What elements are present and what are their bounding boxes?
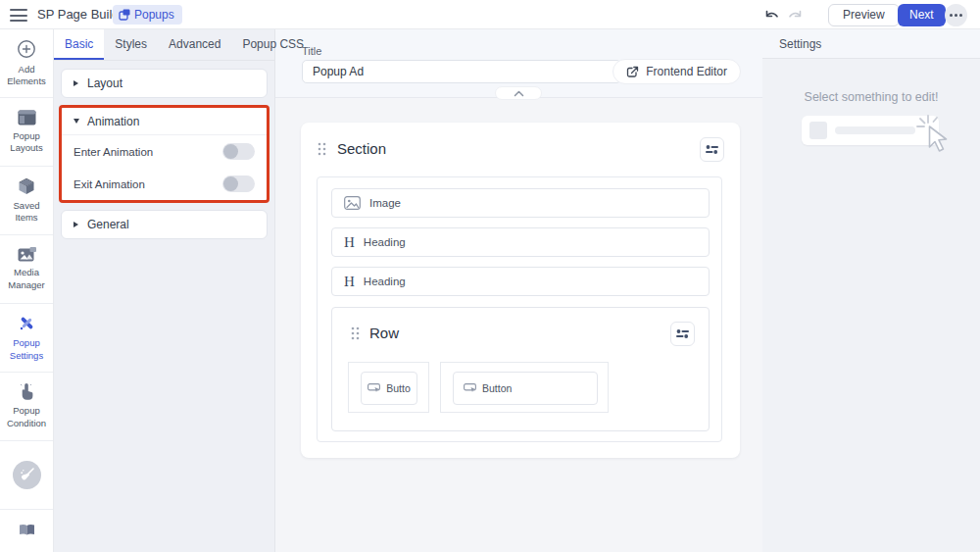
button-element-1[interactable]: Butto — [361, 372, 417, 405]
section-block[interactable]: Section Image H Heading H Heading Row — [301, 123, 740, 458]
sidebar-item-label: Popup Layouts — [0, 130, 53, 155]
enter-animation-row: Enter Animation — [62, 135, 267, 168]
tab-advanced[interactable]: Advanced — [158, 29, 231, 60]
collapse-titlebar-button[interactable] — [495, 86, 542, 100]
sidebar-item-popup-condition[interactable]: Popup Condition — [0, 373, 53, 441]
frontend-editor-label: Frontend Editor — [646, 65, 727, 78]
icon-sidebar: Add Elements Popup Layouts Saved Items M… — [0, 29, 54, 552]
popup-icon — [119, 9, 130, 21]
popups-badge[interactable]: Popups — [113, 5, 182, 25]
animation-accordion: Animation Enter Animation Exit Animation — [62, 108, 267, 200]
cursor-illustration — [915, 114, 956, 163]
sliders-icon — [706, 144, 718, 155]
section-column: Image H Heading H Heading Row — [317, 176, 722, 442]
sidebar-item-label: Add Elements — [0, 64, 53, 88]
general-accordion[interactable]: General — [61, 210, 268, 239]
settings-panel: Settings Select something to edit! — [762, 29, 980, 552]
click-cursor-icon — [915, 114, 956, 159]
tab-bar: Basic Styles Advanced Popup CSS — [54, 29, 274, 61]
layout-accordion-label: Layout — [87, 76, 122, 90]
empty-state-message: Select something to edit! — [762, 90, 980, 104]
sidebar-item-add-elements[interactable]: Add Elements — [0, 29, 53, 98]
image-icon — [344, 196, 361, 210]
enter-animation-toggle[interactable] — [222, 143, 255, 160]
row-column-2: Button — [440, 362, 609, 413]
image-element[interactable]: Image — [331, 188, 710, 218]
exit-animation-toggle[interactable] — [222, 176, 255, 192]
documentation-button[interactable] — [0, 510, 53, 549]
tab-basic[interactable]: Basic — [54, 29, 104, 60]
sidebar-item-label: Media Manager — [0, 267, 53, 291]
plus-circle-icon — [17, 39, 36, 59]
element-label: Image — [369, 197, 401, 209]
pointer-hand-icon — [20, 383, 34, 400]
placeholder-textline — [835, 126, 915, 134]
left-panel: Basic Styles Advanced Popup CSS Layout A… — [54, 29, 275, 552]
top-bar: SP Page Builder Popups Preview Next — [0, 0, 980, 29]
sidebar-item-label: Saved Items — [0, 200, 53, 225]
heading-icon: H — [344, 235, 355, 250]
button-element-2[interactable]: Button — [453, 372, 598, 405]
sidebar-item-saved-items[interactable]: Saved Items — [0, 167, 53, 235]
heading-element-2[interactable]: H Heading — [331, 267, 710, 296]
tools-icon — [18, 314, 36, 332]
section-drag-handle-icon[interactable] — [318, 142, 326, 160]
popup-title-input[interactable] — [302, 60, 621, 83]
sidebar-item-media-manager[interactable]: Media Manager — [0, 235, 53, 304]
layout-accordion[interactable]: Layout — [61, 69, 268, 98]
element-label: Butto — [386, 382, 411, 394]
row-label: Row — [369, 325, 399, 341]
animation-accordion-label: Animation — [87, 115, 139, 128]
preview-button[interactable]: Preview — [828, 4, 900, 26]
caret-right-icon — [74, 222, 78, 227]
tab-popup-css[interactable]: Popup CSS — [231, 29, 315, 60]
layout-icon — [18, 110, 36, 125]
caret-down-icon — [74, 119, 79, 124]
sliders-icon — [676, 328, 689, 339]
element-label: Heading — [364, 236, 406, 248]
sidebar-item-label: Popup Condition — [0, 405, 53, 429]
popups-badge-label: Popups — [134, 8, 174, 22]
clear-style-button[interactable] — [13, 461, 41, 489]
section-options-button[interactable] — [700, 137, 724, 162]
row-options-button[interactable] — [670, 322, 695, 346]
toggle-knob — [223, 176, 238, 191]
broom-icon — [20, 468, 34, 482]
cube-icon — [18, 177, 35, 195]
redo-icon[interactable] — [787, 8, 803, 25]
placeholder-thumbnail — [809, 122, 827, 139]
animation-accordion-header[interactable]: Animation — [62, 108, 267, 135]
section-label: Section — [337, 140, 386, 157]
undo-icon[interactable] — [764, 8, 780, 25]
exit-animation-label: Exit Animation — [74, 178, 145, 190]
general-accordion-label: General — [87, 218, 129, 231]
sidebar-item-popup-settings[interactable]: Popup Settings — [0, 304, 53, 373]
row-drag-handle-icon[interactable] — [351, 326, 360, 344]
row-column-1: Butto — [348, 362, 429, 413]
editor-canvas: Section Image H Heading H Heading Row — [275, 98, 762, 552]
sidebar-item-label: Popup Settings — [0, 337, 53, 362]
menu-icon[interactable] — [10, 9, 27, 22]
media-icon — [18, 247, 36, 262]
exit-animation-row: Exit Animation — [62, 168, 267, 200]
more-options-button[interactable] — [945, 4, 967, 26]
button-icon — [368, 383, 380, 393]
toggle-knob — [223, 144, 238, 159]
element-label: Button — [482, 382, 512, 394]
sidebar-item-popup-layouts[interactable]: Popup Layouts — [0, 98, 53, 167]
chevron-up-icon — [514, 90, 524, 97]
heading-icon: H — [344, 275, 355, 289]
next-button[interactable]: Next — [898, 4, 946, 26]
caret-right-icon — [74, 80, 78, 86]
element-label: Heading — [364, 276, 406, 287]
frontend-editor-button[interactable]: Frontend Editor — [612, 59, 741, 84]
clear-style-area — [0, 441, 53, 510]
enter-animation-label: Enter Animation — [74, 146, 153, 158]
row-block[interactable]: Row Butto Button — [331, 307, 710, 431]
heading-element-1[interactable]: H Heading — [331, 227, 710, 257]
settings-panel-title: Settings — [762, 29, 980, 59]
book-icon — [19, 524, 35, 536]
button-icon — [464, 383, 476, 393]
tab-styles[interactable]: Styles — [104, 29, 158, 60]
annotation-highlight: Animation Enter Animation Exit Animation — [59, 105, 270, 203]
